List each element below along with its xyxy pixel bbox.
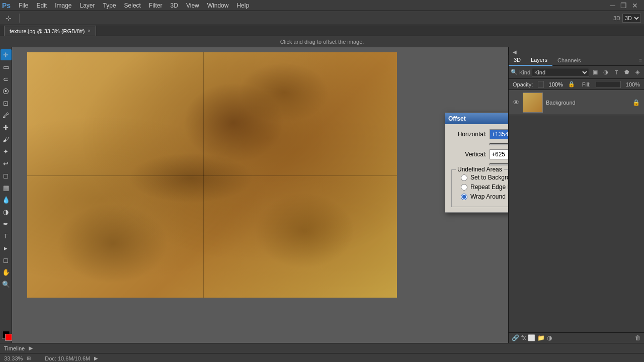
offset-dialog: Offset ✕ OK Cancel Preview <box>445 113 508 213</box>
view-select[interactable]: 3D <box>622 14 641 23</box>
marquee-tool[interactable]: ▭ <box>1 61 12 72</box>
menu-edit[interactable]: Edit <box>32 1 51 10</box>
add-mask-icon[interactable]: ⬜ <box>528 334 535 341</box>
texture-background <box>27 52 397 298</box>
horizontal-input[interactable] <box>490 129 508 139</box>
panel-search-row: 🔍 Kind Kind ▣ ◑ T ⬟ ◈ <box>509 66 644 79</box>
panel-tab-3d[interactable]: 3D <box>509 55 526 66</box>
history-brush-tool[interactable]: ↩ <box>1 158 12 169</box>
menu-file[interactable]: File <box>15 1 32 10</box>
eyedropper-tool[interactable]: 🖉 <box>1 110 12 121</box>
add-style-icon[interactable]: fx <box>521 334 526 341</box>
repeat-edge-pixels-label: Repeat Edge Pixels <box>470 184 508 191</box>
lock-icon[interactable]: 🔒 <box>568 81 575 87</box>
eraser-tool[interactable]: ◻ <box>1 170 12 181</box>
panel-options-icon[interactable]: ≡ <box>639 57 644 63</box>
wrap-around-label: Wrap Around <box>470 193 506 200</box>
menu-image[interactable]: Image <box>51 1 75 10</box>
stain-2 <box>128 153 254 203</box>
panel-header: 3D Layers Channels ≡ <box>509 55 644 66</box>
menu-window[interactable]: Window <box>203 1 233 10</box>
seam-vertical <box>203 52 204 298</box>
menu-layer[interactable]: Layer <box>76 1 99 10</box>
menu-3d[interactable]: 3D <box>167 1 182 10</box>
vertical-row: Vertical: pixels down <box>451 149 508 159</box>
shape-filter-icon[interactable]: ⬟ <box>622 68 631 77</box>
kind-label: Kind <box>519 69 530 75</box>
doc-info-arrow[interactable]: ▶ <box>94 355 98 361</box>
delete-layer-icon[interactable]: 🗑 <box>635 334 641 341</box>
horizontal-label: Horizontal: <box>451 131 487 138</box>
menu-bar: Ps File Edit Image Layer Type Select Fil… <box>0 0 644 11</box>
stain-5 <box>57 203 168 284</box>
fill-value: 100% <box>626 81 640 87</box>
text-filter-icon[interactable]: T <box>612 68 621 77</box>
adjust-icon[interactable]: ◑ <box>601 68 610 77</box>
timeline-label[interactable]: Timeline <box>4 345 25 351</box>
close-btn[interactable]: ✕ <box>630 2 640 10</box>
hint-bar: Click and drag to offset the image. <box>0 36 644 47</box>
smart-filter-icon[interactable]: ◈ <box>633 68 642 77</box>
timeline-chevron[interactable]: ▶ <box>29 345 33 351</box>
menu-select[interactable]: Select <box>120 1 145 10</box>
opacity-bar[interactable] <box>538 81 543 87</box>
gradient-tool[interactable]: ▦ <box>1 182 12 193</box>
create-group-icon[interactable]: 📁 <box>537 334 545 341</box>
vertical-input[interactable] <box>490 149 508 159</box>
link-layers-icon[interactable]: 🔗 <box>512 334 519 341</box>
create-adjustment-icon[interactable]: ◑ <box>547 334 552 341</box>
path-select-tool[interactable]: ▸ <box>1 242 12 253</box>
crop-tool[interactable]: ⊡ <box>1 98 12 109</box>
repeat-edge-pixels-radio[interactable] <box>461 184 467 191</box>
healing-brush-tool[interactable]: ✚ <box>1 122 12 133</box>
quick-select-tool[interactable]: ⦿ <box>1 85 12 97</box>
foreground-color[interactable] <box>2 331 10 339</box>
restore-btn[interactable]: ❐ <box>618 2 629 10</box>
panel-collapse-icon[interactable]: ◀ <box>513 49 517 55</box>
zoom-tool[interactable]: 🔍 <box>1 279 12 290</box>
vertical-label: Vertical: <box>451 151 487 158</box>
layer-visibility-icon[interactable]: 👁 <box>513 99 520 107</box>
layer-panel-bottom: 🔗 fx ⬜ 📁 ◑ 🗑 <box>509 332 644 343</box>
pixel-icon[interactable]: ▣ <box>591 68 600 77</box>
wrap-around-radio[interactable] <box>461 194 467 200</box>
fill-bar[interactable] <box>596 81 621 88</box>
menu-filter[interactable]: Filter <box>145 1 167 10</box>
pen-tool[interactable]: ✒ <box>1 218 12 229</box>
menu-view[interactable]: View <box>182 1 203 10</box>
canvas-area: Offset ✕ OK Cancel Preview <box>12 47 508 343</box>
document-tab[interactable]: texture.jpg @ 33.3% (RGB/8#) × <box>4 26 96 36</box>
vertical-slider[interactable] <box>490 163 508 165</box>
dodge-tool[interactable]: ◑ <box>1 206 12 217</box>
shape-tool[interactable]: ◻ <box>1 254 12 265</box>
zoom-icon: ⊞ <box>27 355 31 361</box>
layer-lock-icon: 🔒 <box>632 99 640 106</box>
layer-name: Background <box>546 100 576 106</box>
stain-3 <box>254 193 354 268</box>
tab-close[interactable]: × <box>88 28 91 34</box>
lasso-tool[interactable]: ⊂ <box>1 73 12 84</box>
horizontal-slider[interactable] <box>490 143 508 145</box>
workspace: ✛ ▭ ⊂ ⦿ ⊡ 🖉 ✚ 🖌 ✦ ↩ ◻ ▦ 💧 ◑ ✒ T ▸ ◻ ✋ 🔍 <box>0 47 644 343</box>
panel-tab-layers[interactable]: Layers <box>526 55 552 66</box>
set-to-background-radio[interactable] <box>461 174 467 181</box>
text-tool[interactable]: T <box>1 230 12 241</box>
3d-label: 3D <box>613 15 620 21</box>
move-tool-options[interactable]: ⊹ <box>3 13 14 24</box>
layer-item-background[interactable]: 👁 Background 🔒 <box>509 90 644 115</box>
clone-stamp-tool[interactable]: ✦ <box>1 146 12 157</box>
background-color[interactable] <box>5 334 12 341</box>
set-to-background-label: Set to Background <box>470 174 508 181</box>
kind-select[interactable]: Kind <box>532 68 589 77</box>
panel-tab-channels[interactable]: Channels <box>552 55 586 66</box>
blur-tool[interactable]: 💧 <box>1 194 12 205</box>
menu-type[interactable]: Type <box>99 1 120 10</box>
minimize-btn[interactable]: ─ <box>608 2 617 10</box>
menu-help[interactable]: Help <box>232 1 253 10</box>
dialog-content: OK Cancel Preview Horizontal: pixels rig… <box>451 129 508 207</box>
move-tool[interactable]: ✛ <box>1 49 12 60</box>
hand-tool[interactable]: ✋ <box>1 266 12 278</box>
seam-horizontal <box>27 175 397 176</box>
separator <box>19 14 20 23</box>
brush-tool[interactable]: 🖌 <box>1 134 12 145</box>
